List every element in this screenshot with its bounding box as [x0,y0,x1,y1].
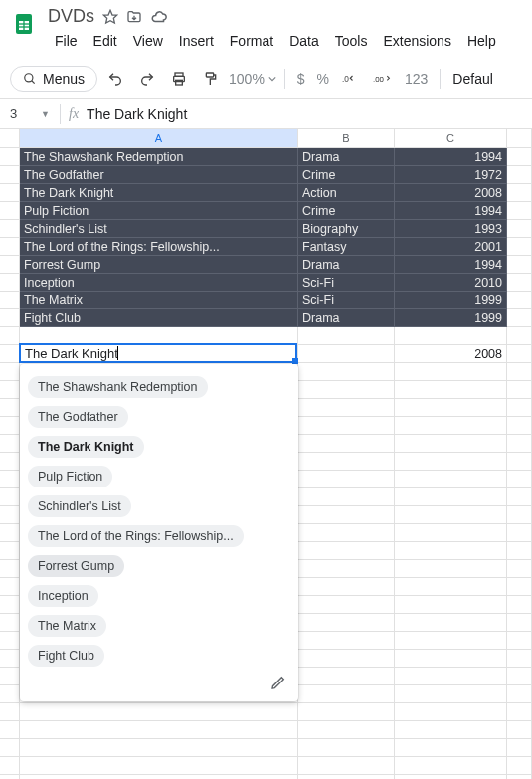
cell[interactable] [20,703,298,721]
cell[interactable]: Drama [298,148,395,166]
cell[interactable] [395,435,507,453]
cell[interactable] [507,363,532,381]
cell[interactable] [298,524,395,542]
cell[interactable]: The Dark Knight [20,184,298,202]
cloud-status-icon[interactable] [150,8,168,26]
cell[interactable] [298,578,395,596]
cell[interactable] [395,614,507,632]
cell[interactable] [507,506,532,524]
cell[interactable] [395,578,507,596]
cell[interactable]: Drama [298,309,395,327]
cell[interactable] [298,757,395,775]
cell[interactable]: 2001 [395,238,507,256]
dropdown-item[interactable]: The Matrix [28,615,106,637]
cell[interactable]: Crime [298,166,395,184]
cell[interactable] [298,614,395,632]
font-selector[interactable]: Defaul [448,71,496,87]
formula-text[interactable]: The Dark Knight [87,106,187,122]
dropdown-item[interactable]: Pulp Fiction [28,466,112,487]
dropdown-item[interactable]: The Dark Knight [28,436,144,458]
cell[interactable] [395,381,507,399]
edit-dropdown-button[interactable] [20,671,298,697]
cell[interactable] [20,775,298,779]
cell[interactable]: 1999 [395,292,507,309]
menu-edit[interactable]: Edit [87,29,124,53]
cell[interactable]: Schindler's List [20,220,298,238]
cell[interactable] [20,757,298,775]
cell[interactable] [395,363,507,381]
cell[interactable] [507,542,532,560]
cell[interactable] [507,274,532,292]
cell[interactable]: Crime [298,202,395,220]
dropdown-item[interactable]: The Godfather [28,406,128,428]
cell[interactable] [507,739,532,757]
cell[interactable]: The Matrix [20,292,298,309]
cell[interactable]: Action [298,184,395,202]
cell[interactable] [298,471,395,488]
cell[interactable] [507,488,532,506]
name-box[interactable]: 3 ▼ [0,106,56,121]
cell[interactable] [298,739,395,757]
cell[interactable] [395,775,507,779]
menu-file[interactable]: File [48,29,85,53]
cell[interactable] [395,453,507,471]
cell[interactable] [298,650,395,668]
search-menus[interactable]: Menus [10,66,97,92]
cell[interactable]: Sci-Fi [298,274,395,292]
cell[interactable] [395,560,507,578]
cell[interactable]: 1994 [395,148,507,166]
cell[interactable] [507,256,532,274]
cell[interactable]: 1993 [395,220,507,238]
cell[interactable]: The Lord of the Rings: Fellowship... [20,238,298,256]
cell[interactable]: Inception [20,274,298,292]
cell[interactable] [507,148,532,166]
dropdown-item[interactable]: Inception [28,585,98,607]
col-header-b[interactable]: B [298,129,395,147]
menu-insert[interactable]: Insert [172,29,221,53]
cell[interactable] [395,703,507,721]
cell[interactable] [507,578,532,596]
cell[interactable] [298,363,395,381]
cell[interactable] [507,560,532,578]
cell[interactable] [298,703,395,721]
cell[interactable]: 1994 [395,256,507,274]
cell[interactable] [507,327,532,345]
cell[interactable] [395,632,507,650]
cell[interactable]: Pulp Fiction [20,202,298,220]
cell[interactable] [507,775,532,779]
redo-icon[interactable] [133,65,161,93]
cell[interactable] [298,560,395,578]
cell[interactable] [298,327,395,345]
cell[interactable]: The Godfather [20,166,298,184]
cell[interactable] [507,757,532,775]
dropdown-item[interactable]: Schindler's List [28,495,131,517]
cell[interactable] [298,506,395,524]
cell[interactable] [20,739,298,757]
percent-button[interactable]: % [313,71,333,87]
dropdown-item[interactable]: The Shawshank Redemption [28,376,208,398]
cell[interactable]: Biography [298,220,395,238]
cell[interactable] [298,345,395,363]
cell[interactable] [298,399,395,417]
cell[interactable] [507,417,532,435]
print-icon[interactable] [165,65,193,93]
col-header-a[interactable]: A [20,129,298,147]
cell[interactable] [395,685,507,703]
cell[interactable] [507,453,532,471]
cell[interactable]: Fantasy [298,238,395,256]
sheets-logo-icon[interactable] [10,6,38,42]
menu-data[interactable]: Data [282,29,326,53]
cell[interactable] [395,650,507,668]
currency-button[interactable]: $ [293,71,309,87]
cell[interactable] [507,309,532,327]
cell[interactable] [395,488,507,506]
cell[interactable] [298,668,395,685]
cell[interactable] [507,614,532,632]
cell[interactable] [507,471,532,488]
cell[interactable]: 1999 [395,309,507,327]
cell[interactable] [298,417,395,435]
paint-format-icon[interactable] [197,65,225,93]
cell[interactable]: 1994 [395,202,507,220]
cell[interactable] [395,739,507,757]
cell[interactable] [298,435,395,453]
